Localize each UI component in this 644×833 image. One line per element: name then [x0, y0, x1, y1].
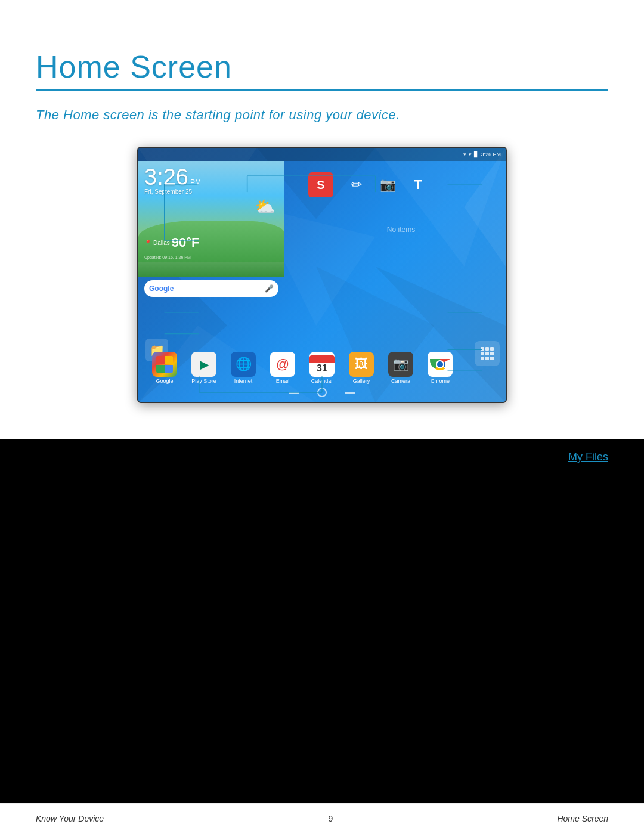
weather-cloud-icon: ⛅ — [255, 197, 275, 216]
footer-right: Home Screen — [557, 814, 608, 823]
app-dock: Google ▶ Play Store 🌐 Inter — [138, 352, 506, 384]
email-label: Email — [276, 378, 290, 384]
chrome-svg-icon — [428, 352, 453, 377]
weather-temp: 90°F — [172, 235, 200, 250]
recent-button[interactable] — [345, 392, 355, 394]
weather-widget: 3:26 PM Fri, September 25 ⛅ 📍 Dallas 90°… — [138, 161, 284, 277]
signal-icon: ▾ — [469, 151, 472, 157]
weather-date: Fri, September 25 — [144, 188, 201, 195]
battery-icon: ▊ — [474, 151, 478, 157]
t-icon: T — [414, 177, 422, 193]
gallery-icon: 🖼 — [355, 357, 368, 372]
camera-label: Camera — [391, 378, 410, 384]
home-button[interactable] — [317, 388, 327, 397]
screenshot-icon-item[interactable]: 📷 — [380, 177, 396, 193]
app-grid-button[interactable] — [475, 341, 500, 366]
internet-icon: 🌐 — [236, 357, 252, 372]
gallery-label: Gallery — [353, 378, 370, 384]
footer-left: Know Your Device — [36, 814, 104, 823]
app-camera[interactable]: 📷 Camera — [383, 352, 418, 384]
chrome-label: Chrome — [431, 378, 450, 384]
app-playstore[interactable]: ▶ Play Store — [187, 352, 221, 384]
app-google[interactable]: Google — [147, 352, 182, 384]
t-icon-item[interactable]: T — [414, 177, 422, 193]
app-gallery[interactable]: 🖼 Gallery — [344, 352, 379, 384]
weather-time-display: 3:26 — [144, 166, 188, 188]
google-app-icon[interactable] — [152, 352, 177, 377]
google-label: Google — [156, 378, 173, 384]
playstore-app-icon[interactable]: ▶ — [191, 352, 216, 377]
app-email[interactable]: @ Email — [265, 352, 300, 384]
calendar-app-icon[interactable]: 31 — [309, 352, 335, 377]
weather-pm: PM — [190, 178, 201, 187]
my-files-link[interactable]: My Files — [568, 451, 608, 463]
app-icons-row: Google ▶ Play Store 🌐 Inter — [147, 352, 457, 384]
device-container: ▾ ▾ ▊ 3:26 PM 3:26 PM Fri, September — [36, 147, 608, 403]
email-icon: @ — [276, 357, 289, 372]
svg-point-27 — [437, 361, 443, 367]
playstore-label: Play Store — [191, 378, 216, 384]
camera-app-icon[interactable]: 📷 — [388, 352, 413, 377]
grid-dots-icon — [481, 347, 494, 360]
calendar-label: Calendar — [311, 378, 333, 384]
app-calendar[interactable]: 31 Calendar — [305, 352, 339, 384]
internet-app-icon[interactable]: 🌐 — [231, 352, 256, 377]
voice-search-icon[interactable]: 🎤 — [265, 284, 274, 293]
s-icon-item[interactable]: S — [308, 172, 333, 197]
main-content: Home Screen The Home screen is the start… — [0, 31, 644, 439]
app-internet[interactable]: 🌐 Internet — [226, 352, 261, 384]
title-divider — [36, 89, 608, 91]
footer-page-number: 9 — [328, 814, 333, 823]
subtitle: The Home screen is the starting point fo… — [36, 107, 608, 123]
time-display: 3:26 PM — [481, 151, 501, 157]
camera-icon: 📷 — [393, 357, 409, 372]
internet-label: Internet — [234, 378, 253, 384]
black-section — [0, 475, 644, 833]
no-items-text: No items — [296, 225, 506, 234]
footer: Know Your Device 9 Home Screen — [0, 803, 644, 833]
search-bar[interactable]: Google 🎤 — [144, 280, 278, 297]
google-grid-icon — [156, 356, 173, 373]
my-files-section: My Files — [0, 439, 644, 475]
top-icons-panel: S ✏ 📷 T — [296, 161, 506, 209]
device-frame: ▾ ▾ ▊ 3:26 PM 3:26 PM Fri, September — [137, 147, 507, 403]
email-app-icon[interactable]: @ — [270, 352, 295, 377]
gallery-app-icon[interactable]: 🖼 — [349, 352, 374, 377]
weather-location: Dallas — [153, 240, 170, 246]
location-icon: 📍 — [144, 240, 151, 246]
top-bar — [0, 0, 644, 31]
google-text: Google — [149, 284, 174, 293]
wifi-icon: ▾ — [463, 151, 466, 157]
s-icon: S — [317, 178, 324, 192]
app-chrome[interactable]: Chrome — [423, 352, 457, 384]
calendar-date: 31 — [317, 364, 327, 373]
nav-bar — [138, 388, 506, 397]
status-bar: ▾ ▾ ▊ 3:26 PM — [138, 148, 506, 161]
status-icons: ▾ ▾ ▊ 3:26 PM — [463, 151, 501, 157]
screenshot-icon: 📷 — [380, 177, 396, 193]
playstore-icon: ▶ — [200, 357, 209, 371]
back-button[interactable] — [289, 392, 299, 394]
page-title: Home Screen — [36, 49, 608, 85]
chrome-app-icon[interactable] — [428, 352, 453, 377]
weather-updated: Updated: 09:16, 1:26 PM — [144, 255, 191, 259]
s-app-icon[interactable]: S — [308, 172, 333, 197]
pen-icon: ✏ — [351, 177, 362, 193]
pen-icon-item[interactable]: ✏ — [351, 177, 362, 193]
